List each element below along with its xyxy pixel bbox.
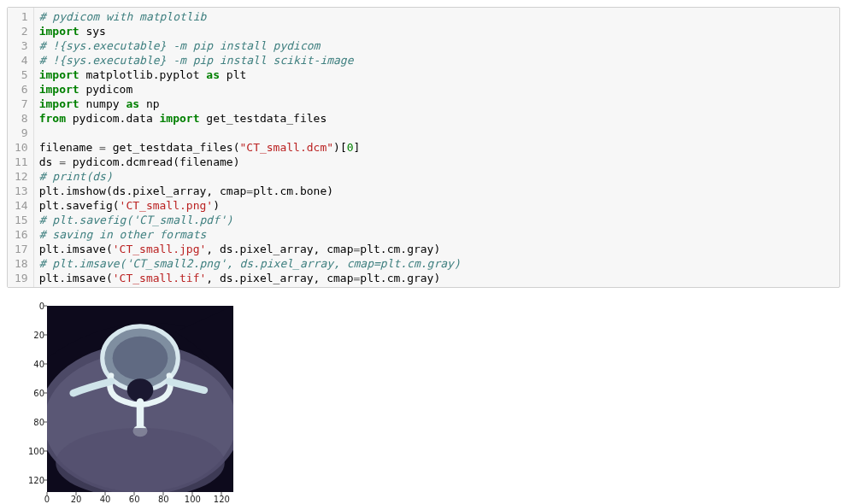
line-number: 16 bbox=[15, 227, 28, 242]
x-tick-label: 40 bbox=[100, 495, 111, 504]
y-tick-label: 80 bbox=[10, 418, 44, 427]
code-editor[interactable]: # pydicom with matplotlibimport sys# !{s… bbox=[34, 8, 839, 287]
line-number: 12 bbox=[15, 169, 28, 184]
line-number: 13 bbox=[15, 184, 28, 198]
x-tick-label: 100 bbox=[185, 495, 201, 504]
code-line[interactable]: plt.imshow(ds.pixel_array, cmap=plt.cm.b… bbox=[39, 184, 834, 198]
code-line[interactable]: import pydicom bbox=[39, 82, 834, 97]
x-tick-mark bbox=[163, 492, 164, 495]
y-tick-label: 120 bbox=[10, 476, 44, 485]
y-tick-mark bbox=[44, 451, 47, 452]
y-tick-mark bbox=[44, 306, 47, 307]
y-tick-mark bbox=[44, 480, 47, 481]
y-tick-label: 100 bbox=[10, 447, 44, 456]
x-tick-label: 80 bbox=[158, 495, 169, 504]
code-line[interactable]: # plt.imsave('CT_small2.png', ds.pixel_a… bbox=[39, 256, 834, 271]
x-tick-label: 120 bbox=[214, 495, 230, 504]
svg-point-5 bbox=[113, 337, 168, 380]
x-tick-mark bbox=[105, 492, 106, 495]
line-number: 8 bbox=[15, 111, 28, 126]
line-number: 10 bbox=[15, 140, 28, 155]
plot-image bbox=[47, 306, 233, 492]
code-line[interactable]: import numpy as np bbox=[39, 97, 834, 111]
line-number: 14 bbox=[15, 198, 28, 213]
code-line[interactable]: plt.savefig('CT_small.png') bbox=[39, 198, 834, 213]
line-number: 2 bbox=[15, 24, 28, 38]
code-line[interactable]: # !{sys.executable} -m pip install pydic… bbox=[39, 38, 834, 53]
x-tick-label: 60 bbox=[129, 495, 140, 504]
x-tick-mark bbox=[134, 492, 135, 495]
x-tick-label: 20 bbox=[71, 495, 82, 504]
code-line[interactable] bbox=[39, 126, 834, 140]
code-line[interactable]: plt.imsave('CT_small.tif', ds.pixel_arra… bbox=[39, 271, 834, 285]
y-tick-mark bbox=[44, 335, 47, 336]
code-line[interactable]: filename = get_testdata_files("CT_small.… bbox=[39, 140, 834, 155]
x-tick-mark bbox=[192, 492, 193, 495]
code-line[interactable]: from pydicom.data import get_testdata_fi… bbox=[39, 111, 834, 126]
line-number: 15 bbox=[15, 213, 28, 227]
matplotlib-figure: 020406080100120020406080100120 bbox=[7, 303, 246, 504]
y-tick-mark bbox=[44, 364, 47, 365]
code-line[interactable]: # plt.savefig('CT_small.pdf') bbox=[39, 213, 834, 227]
y-tick-label: 40 bbox=[10, 360, 44, 369]
code-line[interactable]: # pydicom with matplotlib bbox=[39, 9, 834, 24]
code-line[interactable]: import matplotlib.pyplot as plt bbox=[39, 67, 834, 82]
y-tick-mark bbox=[44, 393, 47, 394]
x-tick-mark bbox=[47, 492, 48, 495]
code-line[interactable]: # !{sys.executable} -m pip install sciki… bbox=[39, 53, 834, 67]
line-number: 1 bbox=[15, 9, 28, 24]
line-number: 9 bbox=[15, 126, 28, 140]
line-number: 5 bbox=[15, 67, 28, 82]
x-tick-mark bbox=[221, 492, 222, 495]
line-number: 6 bbox=[15, 82, 28, 97]
line-number: 19 bbox=[15, 271, 28, 285]
code-cell[interactable]: 12345678910111213141516171819 # pydicom … bbox=[7, 7, 840, 288]
y-tick-label: 20 bbox=[10, 331, 44, 340]
y-tick-mark bbox=[44, 422, 47, 423]
code-line[interactable]: # print(ds) bbox=[39, 169, 834, 184]
line-number: 3 bbox=[15, 38, 28, 53]
ct-image-svg bbox=[47, 306, 233, 492]
code-line[interactable]: plt.imsave('CT_small.jpg', ds.pixel_arra… bbox=[39, 242, 834, 256]
line-number: 17 bbox=[15, 242, 28, 256]
y-tick-label: 0 bbox=[10, 302, 44, 311]
code-line[interactable]: import sys bbox=[39, 24, 834, 38]
code-line[interactable]: ds = pydicom.dcmread(filename) bbox=[39, 155, 834, 169]
line-number: 4 bbox=[15, 53, 28, 67]
x-tick-label: 0 bbox=[44, 495, 50, 504]
code-line[interactable]: # saving in other formats bbox=[39, 227, 834, 242]
x-tick-mark bbox=[76, 492, 77, 495]
line-number-gutter: 12345678910111213141516171819 bbox=[8, 8, 34, 287]
line-number: 7 bbox=[15, 97, 28, 111]
y-tick-label: 60 bbox=[10, 389, 44, 398]
output-area: 020406080100120020406080100120 bbox=[7, 303, 840, 504]
line-number: 18 bbox=[15, 256, 28, 271]
line-number: 11 bbox=[15, 155, 28, 169]
